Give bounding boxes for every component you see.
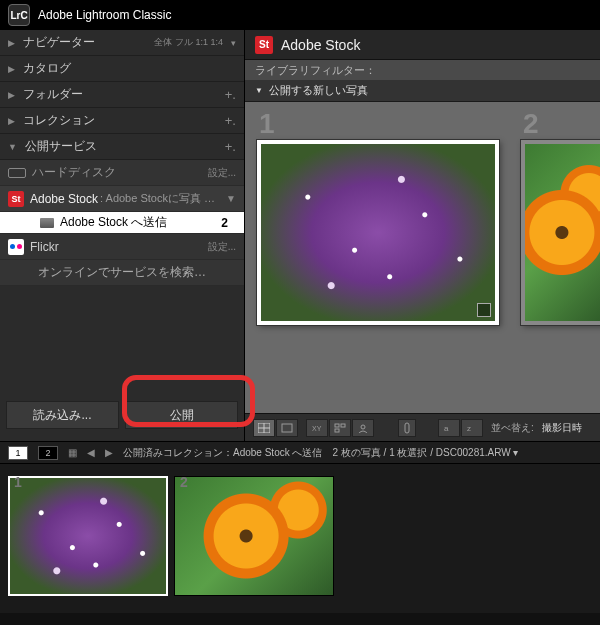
- sort-desc-icon[interactable]: z: [461, 419, 483, 437]
- adobe-stock-icon: St: [255, 36, 273, 54]
- disclosure-down-icon: ▼: [255, 86, 263, 95]
- service-adobe-stock-send[interactable]: Adobe Stock へ送信 2: [0, 212, 244, 234]
- collection-label: Adobe Stock へ送信: [60, 214, 167, 231]
- filmstrip: 1 2: [0, 463, 600, 613]
- filter-label: ライブラリフィルター：: [255, 63, 376, 78]
- monitor-1-button[interactable]: 1: [8, 446, 28, 460]
- filmstrip-thumbnail[interactable]: [174, 476, 334, 596]
- grid-cell[interactable]: 1: [257, 118, 499, 397]
- cell-number: 1: [14, 474, 22, 490]
- loupe-view-icon[interactable]: [276, 419, 298, 437]
- sort-asc-icon[interactable]: a: [438, 419, 460, 437]
- disclosure-down-icon: ▼: [8, 142, 17, 152]
- bottom-border: [0, 613, 600, 625]
- panel-navigator[interactable]: ▶ ナビゲーター 全体 フル 1:1 1:4 ▾: [0, 30, 244, 56]
- section-label: 公開する新しい写真: [269, 83, 368, 98]
- filmstrip-cell[interactable]: 1: [8, 472, 168, 605]
- cell-number: 2: [523, 108, 539, 140]
- panel-publish-services[interactable]: ▼ 公開サービス +.: [0, 134, 244, 160]
- painter-tool-icon[interactable]: [398, 419, 416, 437]
- content-title: Adobe Stock: [281, 37, 360, 53]
- left-panel: ▶ ナビゲーター 全体 フル 1:1 1:4 ▾ ▶ カタログ ▶ フォルダー …: [0, 30, 245, 441]
- add-icon[interactable]: +.: [225, 139, 236, 154]
- import-button[interactable]: 読み込み...: [6, 401, 119, 429]
- disclosure-down-icon[interactable]: ▼: [226, 193, 236, 204]
- app-title: Adobe Lightroom Classic: [38, 8, 171, 22]
- svg-rect-3: [282, 424, 292, 432]
- library-filter-bar[interactable]: ライブラリフィルター：: [245, 60, 600, 80]
- service-settings-link[interactable]: 設定...: [208, 166, 236, 180]
- panel-catalog[interactable]: ▶ カタログ: [0, 56, 244, 82]
- service-sublabel: : Adobe Stockに写真 …: [100, 191, 215, 206]
- service-settings-link[interactable]: 設定...: [208, 240, 236, 254]
- flickr-icon: [8, 239, 24, 255]
- service-flickr[interactable]: Flickr 設定...: [0, 234, 244, 260]
- service-label: ハードディスク: [32, 164, 116, 181]
- view-mode-group: [253, 419, 298, 437]
- nav-forward-icon[interactable]: ▶: [105, 447, 113, 458]
- publish-button[interactable]: 公開: [125, 401, 238, 429]
- cell-number: 2: [180, 474, 188, 490]
- grid-toolbar: XY a z 並べ替え: 撮影日時: [245, 413, 600, 441]
- grid-cell[interactable]: 2: [521, 118, 600, 397]
- adobe-stock-icon: St: [8, 191, 24, 207]
- filmstrip-status[interactable]: 公開済みコレクション：Adobe Stock へ送信 2 枚の写真 / 1 枚選…: [123, 446, 518, 460]
- add-icon[interactable]: +.: [225, 87, 236, 102]
- compare-survey-group: XY: [306, 419, 374, 437]
- content-header: St Adobe Stock: [245, 30, 600, 60]
- photo-orange-flowers: [175, 477, 333, 595]
- compare-view-icon[interactable]: XY: [306, 419, 328, 437]
- panel-label: コレクション: [23, 112, 95, 129]
- svg-text:a: a: [444, 424, 449, 433]
- section-new-photos[interactable]: ▼ 公開する新しい写真: [245, 80, 600, 102]
- panel-label: ナビゲーター: [23, 34, 95, 51]
- left-footer: 読み込み... 公開: [0, 395, 244, 441]
- thumbnail[interactable]: [521, 140, 600, 325]
- publish-collection-icon: [40, 218, 54, 228]
- svg-rect-7: [335, 429, 339, 432]
- svg-point-8: [361, 425, 365, 429]
- panel-folders[interactable]: ▶ フォルダー +.: [0, 82, 244, 108]
- content-area: St Adobe Stock ライブラリフィルター： ▼ 公開する新しい写真 1: [245, 30, 600, 441]
- service-label: Adobe Stock: [30, 192, 98, 206]
- grid-nav-icon[interactable]: ▦: [68, 447, 77, 458]
- service-adobe-stock[interactable]: St Adobe Stock : Adobe Stockに写真 … ▼: [0, 186, 244, 212]
- service-search-online[interactable]: オンラインでサービスを検索…: [0, 260, 244, 286]
- people-view-icon[interactable]: [352, 419, 374, 437]
- metadata-badge-icon[interactable]: [477, 303, 491, 317]
- disclosure-right-icon: ▶: [8, 90, 15, 100]
- sort-direction-group: a z: [438, 419, 483, 437]
- grid-view-icon[interactable]: [253, 419, 275, 437]
- grid-view: 1 2: [245, 102, 600, 413]
- collection-count: 2: [221, 216, 228, 230]
- svg-rect-6: [341, 424, 345, 427]
- chevron-down-icon[interactable]: ▾: [231, 38, 236, 48]
- panel-label: カタログ: [23, 60, 71, 77]
- svg-rect-9: [405, 423, 409, 433]
- add-icon[interactable]: +.: [225, 113, 236, 128]
- disclosure-right-icon: ▶: [8, 64, 15, 74]
- filmstrip-info-bar: 1 2 ▦ ◀ ▶ 公開済みコレクション：Adobe Stock へ送信 2 枚…: [0, 441, 600, 463]
- app-logo-icon: LrC: [8, 4, 30, 26]
- sort-value[interactable]: 撮影日時: [542, 421, 582, 435]
- hdd-icon: [8, 168, 26, 178]
- filmstrip-thumbnail[interactable]: [8, 476, 168, 596]
- cell-number: 1: [259, 108, 275, 140]
- photo-purple-flowers: [261, 144, 495, 321]
- titlebar: LrC Adobe Lightroom Classic: [0, 0, 600, 30]
- panel-collections[interactable]: ▶ コレクション +.: [0, 108, 244, 134]
- photo-orange-flowers: [525, 144, 600, 321]
- main-area: ▶ ナビゲーター 全体 フル 1:1 1:4 ▾ ▶ カタログ ▶ フォルダー …: [0, 30, 600, 441]
- photo-purple-flowers: [10, 478, 166, 594]
- service-label: Flickr: [30, 240, 59, 254]
- filmstrip-cell[interactable]: 2: [174, 472, 334, 605]
- navigator-opts[interactable]: 全体 フル 1:1 1:4: [154, 36, 223, 49]
- thumbnail[interactable]: [257, 140, 499, 325]
- service-harddisk[interactable]: ハードディスク 設定...: [0, 160, 244, 186]
- app-window: LrC Adobe Lightroom Classic ▶ ナビゲーター 全体 …: [0, 0, 600, 625]
- survey-view-icon[interactable]: [329, 419, 351, 437]
- disclosure-right-icon: ▶: [8, 38, 15, 48]
- nav-back-icon[interactable]: ◀: [87, 447, 95, 458]
- monitor-2-button[interactable]: 2: [38, 446, 58, 460]
- publish-services-list: ハードディスク 設定... St Adobe Stock : Adobe Sto…: [0, 160, 244, 286]
